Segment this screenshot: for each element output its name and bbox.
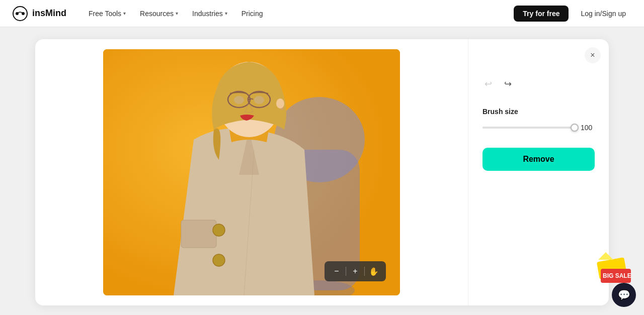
svg-text:BIG SALE: BIG SALE bbox=[603, 272, 631, 279]
right-panel: × ↩ ↪ Brush size 100 Remove bbox=[468, 39, 609, 305]
svg-point-12 bbox=[234, 96, 244, 104]
image-panel: − + ✋ bbox=[35, 39, 468, 305]
brush-size-label: Brush size bbox=[482, 108, 595, 116]
nav-free-tools-chevron: ▾ bbox=[123, 11, 126, 16]
try-for-free-button[interactable]: Try for free bbox=[514, 6, 569, 22]
promo-badge-icon: BIG SALE bbox=[596, 245, 636, 285]
nav-industries-chevron: ▾ bbox=[225, 11, 227, 16]
editor-modal: − + ✋ × ↩ ↪ Brush size bbox=[35, 39, 609, 305]
zoom-hand-button[interactable]: ✋ bbox=[367, 264, 381, 278]
zoom-controls: − + ✋ bbox=[325, 261, 386, 281]
close-button[interactable]: × bbox=[585, 47, 601, 63]
nav-item-resources[interactable]: Resources ▾ bbox=[134, 7, 184, 21]
main-content: − + ✋ × ↩ ↪ Brush size bbox=[0, 27, 644, 315]
svg-point-15 bbox=[276, 98, 284, 109]
nav-resources-chevron: ▾ bbox=[176, 11, 178, 16]
logo-icon bbox=[12, 6, 28, 22]
logo-text: insMind bbox=[32, 8, 66, 19]
svg-marker-23 bbox=[598, 252, 613, 260]
history-controls: ↩ ↪ bbox=[482, 76, 595, 91]
nav-item-industries[interactable]: Industries ▾ bbox=[186, 7, 233, 21]
fashion-image bbox=[103, 49, 400, 295]
brush-size-value: 100 bbox=[581, 124, 595, 132]
logo-link[interactable]: insMind bbox=[12, 6, 66, 22]
redo-icon: ↪ bbox=[504, 79, 512, 89]
undo-icon: ↩ bbox=[485, 79, 492, 89]
undo-button[interactable]: ↩ bbox=[482, 76, 494, 91]
svg-point-17 bbox=[213, 224, 225, 236]
close-icon: × bbox=[590, 51, 595, 60]
svg-point-0 bbox=[13, 7, 27, 21]
nav-links: Free Tools ▾ Resources ▾ Industries ▾ Pr… bbox=[83, 7, 514, 21]
chat-button[interactable]: 💬 bbox=[612, 283, 636, 307]
nav-industries-label: Industries bbox=[192, 10, 223, 18]
slider-thumb[interactable] bbox=[571, 124, 579, 132]
zoom-divider bbox=[346, 267, 346, 276]
nav-pricing-label: Pricing bbox=[242, 10, 263, 18]
chat-icon: 💬 bbox=[618, 289, 630, 301]
svg-point-13 bbox=[254, 96, 264, 104]
login-button[interactable]: Log in/Sign up bbox=[575, 6, 632, 22]
svg-rect-16 bbox=[181, 220, 216, 248]
image-container: − + ✋ bbox=[103, 49, 400, 295]
slider-track[interactable] bbox=[482, 127, 575, 129]
zoom-out-button[interactable]: − bbox=[330, 264, 344, 278]
svg-point-18 bbox=[213, 254, 225, 266]
redo-button[interactable]: ↪ bbox=[502, 76, 514, 91]
remove-button[interactable]: Remove bbox=[482, 148, 595, 171]
brush-size-slider-container: 100 bbox=[482, 124, 595, 132]
nav-free-tools-label: Free Tools bbox=[89, 10, 121, 18]
promo-badge[interactable]: BIG SALE bbox=[596, 245, 636, 285]
nav-item-pricing[interactable]: Pricing bbox=[235, 7, 269, 21]
nav-item-free-tools[interactable]: Free Tools ▾ bbox=[83, 7, 132, 21]
nav-right: Try for free Log in/Sign up bbox=[514, 6, 632, 22]
navbar: insMind Free Tools ▾ Resources ▾ Industr… bbox=[0, 0, 644, 27]
zoom-in-button[interactable]: + bbox=[348, 264, 362, 278]
slider-fill bbox=[482, 127, 575, 129]
nav-resources-label: Resources bbox=[140, 10, 174, 18]
zoom-divider-2 bbox=[364, 267, 365, 276]
